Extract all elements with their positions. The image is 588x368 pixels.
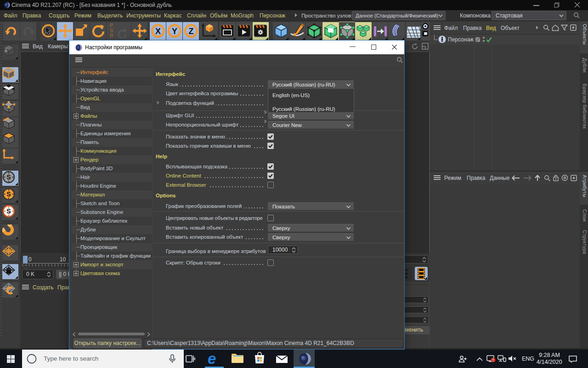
- svg-text:Z: Z: [189, 27, 194, 36]
- svg-text:X: X: [155, 27, 161, 36]
- svg-text:S: S: [6, 173, 11, 181]
- svg-text:S: S: [6, 207, 11, 215]
- svg-text:Y: Y: [172, 27, 177, 36]
- svg-text:S: S: [6, 190, 11, 198]
